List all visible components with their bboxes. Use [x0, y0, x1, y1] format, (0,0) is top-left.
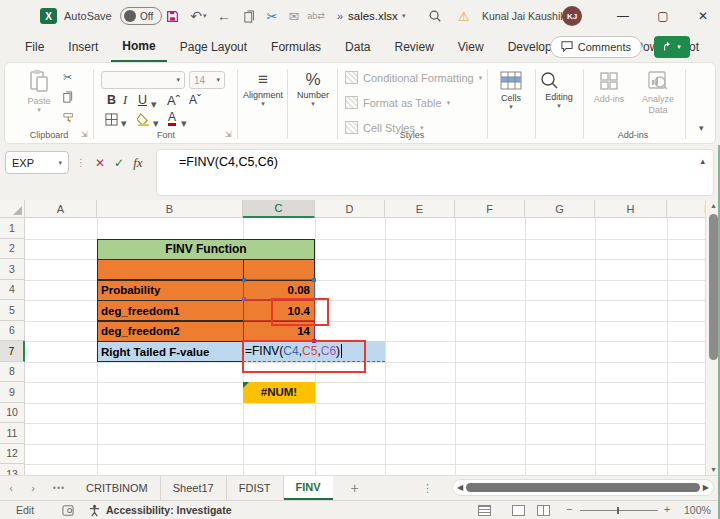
ribbon-tab[interactable]: Review — [383, 34, 444, 61]
ribbon-tab[interactable]: Formulas — [260, 34, 332, 61]
decrease-font-icon[interactable]: Aˇ — [189, 93, 201, 107]
sheet-tab[interactable]: FDIST — [227, 476, 284, 500]
paste-button[interactable]: Paste ▾ — [19, 69, 59, 114]
view-normal-icon[interactable] — [478, 505, 491, 516]
ribbon-tab[interactable]: Data — [334, 34, 381, 61]
column-header-g[interactable]: G — [525, 200, 595, 218]
undo-chevron-icon[interactable]: ▾ — [203, 0, 207, 32]
font-color-icon[interactable]: A — [168, 112, 176, 126]
enter-icon[interactable]: ✓ — [114, 156, 124, 170]
editing-button[interactable]: Editing ▾ — [539, 71, 579, 110]
zoom-in-icon[interactable]: + — [664, 503, 670, 515]
insert-function-icon[interactable]: fx — [133, 155, 142, 171]
row-header-3[interactable]: 3 — [0, 259, 25, 280]
row-header-2[interactable]: 2 — [0, 239, 25, 260]
cancel-icon[interactable]: ✕ — [95, 156, 105, 170]
analyze-data-button[interactable]: Analyze Data — [635, 71, 681, 115]
comments-button[interactable]: Comments — [550, 36, 642, 58]
column-header-b[interactable]: B — [97, 200, 243, 218]
tab-overflow-icon[interactable]: ⋮ — [417, 476, 439, 500]
row-header-12[interactable]: 12 — [0, 444, 25, 465]
addins-button[interactable]: Add-ins — [589, 71, 629, 104]
accessibility-status[interactable]: Accessibility: Investigate — [106, 504, 231, 516]
copy-icon[interactable] — [240, 0, 260, 32]
spreadsheet-grid[interactable]: ABCDEFGHI 12345678910111213 FINV Functio… — [0, 200, 720, 475]
sheet-tab[interactable]: CRITBINOM — [74, 476, 161, 500]
sheet-nav-right-icon[interactable]: › — [22, 476, 44, 500]
row-header-1[interactable]: 1 — [0, 218, 25, 239]
format-painter-icon[interactable] — [63, 111, 75, 125]
row-header-8[interactable]: 8 — [0, 362, 25, 383]
horizontal-scroll-thumb[interactable] — [466, 483, 700, 492]
row-header-7[interactable]: 7 — [0, 341, 25, 362]
view-page-break-icon[interactable] — [537, 505, 550, 516]
cells-button[interactable]: Cells ▾ — [491, 71, 531, 111]
back-arrow-icon[interactable]: ← — [214, 0, 234, 32]
horizontal-scrollbar[interactable]: ◀ ▶ — [452, 479, 714, 496]
warning-icon[interactable]: ⚠ — [458, 0, 474, 32]
cell-b7-label[interactable]: Right Tailed F-value — [97, 341, 244, 362]
column-header-f[interactable]: F — [455, 200, 525, 218]
font-dialog-launcher-icon[interactable]: ⇲ — [225, 130, 232, 139]
zoom-level[interactable]: 100% — [684, 504, 711, 516]
font-name-combo[interactable]: ▾ — [101, 71, 185, 89]
minimize-button[interactable]: — — [608, 0, 638, 32]
zoom-out-icon[interactable]: − — [566, 503, 572, 515]
accessibility-icon[interactable] — [88, 504, 101, 519]
table-row-label[interactable]: deg_freedom1 — [97, 300, 244, 321]
bold-button[interactable]: B — [107, 93, 116, 107]
select-all-corner[interactable] — [0, 200, 25, 218]
formula-bar-divider-icon[interactable]: ⋮ — [76, 157, 86, 168]
row-header-10[interactable]: 10 — [0, 403, 25, 424]
formula-bar[interactable]: =FINV(C4,C5,C6) ▴ — [156, 149, 714, 196]
ribbon-copy-icon[interactable] — [63, 91, 74, 105]
scroll-right-icon[interactable]: ▶ — [703, 483, 709, 492]
table-row-label[interactable]: deg_freedom2 — [97, 321, 244, 342]
formula-bar-collapse-icon[interactable]: ▴ — [700, 156, 705, 166]
borders-icon[interactable] — [105, 113, 118, 128]
ribbon-tab[interactable]: View — [447, 34, 495, 61]
title-chevron-icon[interactable]: ▾ — [402, 0, 406, 32]
alignment-button[interactable]: ≡ Alignment ▾ — [241, 71, 285, 108]
column-header-e[interactable]: E — [385, 200, 455, 218]
name-box[interactable]: EXP ▾ — [5, 151, 69, 174]
cell-c3[interactable] — [243, 259, 315, 280]
ribbon-tab[interactable]: Insert — [57, 34, 109, 61]
close-button[interactable]: ✕ — [688, 0, 718, 32]
sheet-tab[interactable]: FINV — [284, 476, 333, 500]
save-icon[interactable] — [162, 0, 182, 32]
add-sheet-button[interactable]: + — [333, 476, 377, 500]
sheet-tab[interactable]: Sheet17 — [161, 476, 227, 500]
table-row-value[interactable]: 10.4 — [243, 300, 315, 321]
cut-icon[interactable]: ✂ — [262, 0, 282, 32]
ribbon-cut-icon[interactable]: ✂ — [63, 71, 72, 84]
increase-font-icon[interactable]: Aˆ — [167, 93, 180, 108]
row-header-6[interactable]: 6 — [0, 321, 25, 342]
ribbon-tab[interactable]: Home — [111, 33, 166, 62]
row-header-13[interactable]: 13 — [0, 464, 25, 475]
cell-c9-error[interactable]: #NUM! — [243, 382, 315, 403]
borders-chevron-icon[interactable]: ▾ — [121, 117, 127, 130]
avatar[interactable]: KJ — [562, 6, 582, 26]
zoom-slider[interactable] — [580, 510, 658, 511]
row-header-4[interactable]: 4 — [0, 280, 25, 301]
ribbon-tab[interactable]: File — [14, 34, 55, 61]
ribbon-tab[interactable]: Page Layout — [169, 34, 258, 61]
ribbon-collapse-icon[interactable]: ▾ — [699, 123, 704, 133]
table-row-label[interactable]: Probability — [97, 280, 244, 301]
row-header-9[interactable]: 9 — [0, 382, 25, 403]
scroll-left-icon[interactable]: ◀ — [457, 483, 463, 492]
macro-record-icon[interactable] — [62, 505, 74, 518]
view-page-layout-icon[interactable] — [512, 505, 525, 516]
cell-b2-title[interactable]: FINV Function — [97, 239, 315, 260]
column-header-a[interactable]: A — [25, 200, 97, 218]
maximize-button[interactable]: ▢ — [648, 0, 678, 32]
zoom-slider-handle[interactable] — [617, 507, 619, 514]
autosave-toggle[interactable]: Off — [120, 7, 162, 25]
vertical-scroll-thumb[interactable] — [709, 214, 718, 360]
number-button[interactable]: % Number ▾ — [291, 71, 335, 108]
share-button[interactable]: ▾ — [654, 36, 690, 58]
font-color-chevron-icon[interactable]: ▾ — [181, 117, 187, 130]
sheet-more-icon[interactable]: ••• — [44, 476, 74, 500]
cell-b3[interactable] — [97, 259, 244, 280]
